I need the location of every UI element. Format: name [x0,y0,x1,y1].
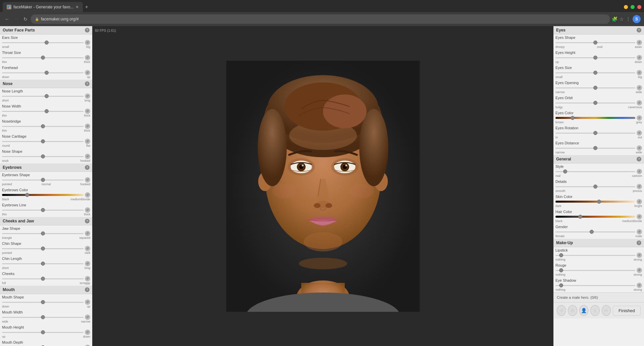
reset-action-button[interactable]: ↺ [557,305,566,316]
cheeks-reset[interactable]: ↺ [85,276,90,281]
eyes-shape-slider[interactable] [555,42,635,43]
nosebridge-reset[interactable]: ↺ [85,124,90,129]
nose-help[interactable]: ? [85,81,90,86]
hair-color-reset[interactable]: ↺ [637,214,642,219]
close-button[interactable] [637,5,641,9]
mouth-height-slider[interactable] [2,332,84,333]
skin-color-reset[interactable]: ↺ [637,199,642,204]
forehead-slider[interactable] [2,72,84,73]
person-action-button[interactable]: 👤 [579,305,588,316]
profile-icon[interactable]: S [633,15,641,23]
minimize-button[interactable] [624,5,628,9]
url-bar[interactable]: 🔒 facemaker.uvrg.org/# [31,14,610,24]
cheeks-slider[interactable] [2,278,84,279]
chin-length-reset[interactable]: ↺ [85,261,90,266]
eyes-distance-reset[interactable]: ↺ [637,145,642,151]
mouth-help[interactable]: ? [85,287,90,292]
nose-length-slider[interactable] [2,96,84,97]
eyebrows-color-reset[interactable]: ↺ [85,192,90,198]
skin-color-slider[interactable] [555,201,635,202]
cheeks-jaw-help[interactable]: ? [85,219,90,223]
eyebrows-color-slider[interactable] [2,195,84,196]
makeup-help[interactable]: ? [637,240,641,245]
throat-size-reset[interactable]: ↺ [85,55,90,60]
nose-cartilage-slider[interactable] [2,141,84,142]
eyes-rotation-reset[interactable]: ↺ [637,130,642,136]
info-action-button[interactable]: ℹ [590,305,599,316]
eyebrows-shape-reset[interactable]: ↺ [85,177,90,183]
eyes-opening-slider[interactable] [555,87,635,88]
nose-width-slider[interactable] [2,111,84,112]
extensions-button[interactable]: 🧩 [612,16,618,22]
mouth-width-slider[interactable] [2,317,84,318]
eye-shadow-reset[interactable]: ↺ [637,283,642,288]
details-control: ↺ [555,184,642,189]
lipstick-slider[interactable] [555,255,635,256]
ears-size-reset[interactable]: ↺ [85,40,90,45]
nosebridge-slider[interactable] [2,126,84,127]
outer-face-help[interactable]: ? [85,28,90,32]
chin-shape-slider[interactable] [2,248,84,249]
more-button[interactable]: ⋮ [626,16,631,22]
chin-length-slider[interactable] [2,263,84,264]
eye-shadow-slider[interactable] [555,285,635,286]
style-reset[interactable]: ↺ [637,169,642,174]
reload-button[interactable]: ↻ [22,16,29,22]
rouge-slider[interactable] [555,270,635,271]
eyes-orbit-slider[interactable] [555,102,635,103]
eyebrows-line-slider[interactable] [2,210,84,211]
eyes-orbit-reset[interactable]: ↺ [637,100,642,106]
fps-badge: 60 FPS (1-61) [95,29,116,32]
gender-reset[interactable]: ↺ [637,229,642,234]
details-slider[interactable] [555,186,635,187]
mail-action-button[interactable]: ✉ [602,305,611,316]
eyes-shape-reset[interactable]: ↺ [637,40,642,45]
ears-size-slider[interactable] [2,42,84,43]
general-help[interactable]: ? [637,157,641,161]
tab-close-button[interactable]: ✕ [75,5,79,9]
eyes-height-reset[interactable]: ↺ [637,55,642,60]
bookmark-button[interactable]: ☆ [620,16,624,22]
throat-size-slider[interactable] [2,57,84,58]
eyes-rotation-slider[interactable] [555,133,635,134]
finished-button[interactable]: Finished [613,306,641,316]
eyes-color-slider[interactable] [555,118,635,119]
eyes-help[interactable]: ? [637,28,641,32]
lipstick-reset[interactable]: ↺ [637,253,642,258]
hair-color-slider[interactable] [555,216,635,217]
eyebrows-shape-slider[interactable] [2,180,84,181]
nose-cartilage-reset[interactable]: ↺ [85,139,90,144]
mouth-depth-reset[interactable]: ↺ [85,345,90,346]
browser-tab[interactable]: 🎭 faceMaker - Generate your favo... ✕ [3,2,83,12]
back-button[interactable]: ← [3,16,11,22]
eyes-size-slider[interactable] [555,72,635,73]
eyes-opening-reset[interactable]: ↺ [637,85,642,90]
new-tab-button[interactable]: + [83,3,90,11]
nose-shape-reset[interactable]: ↺ [85,154,90,159]
forward-button[interactable]: → [13,16,20,22]
mouth-shape-reset[interactable]: ↺ [85,299,90,305]
nose-shape-slider[interactable] [2,156,84,157]
eyebrows-line-reset[interactable]: ↺ [85,207,90,213]
gender-slider[interactable] [555,231,635,232]
eyes-distance-slider[interactable] [555,148,635,149]
throat-size-row: Throat Size ↺ thinthick [0,50,92,65]
details-reset[interactable]: ↺ [637,184,642,189]
mouth-width-reset[interactable]: ↺ [85,315,90,320]
maximize-button[interactable] [631,5,635,9]
nose-length-reset[interactable]: ↺ [85,93,90,99]
grid-action-button[interactable]: ⊞ [568,305,577,316]
eyes-height-slider[interactable] [555,57,635,58]
mouth-shape-slider[interactable] [2,302,84,303]
jaw-shape-slider[interactable] [2,233,84,234]
jaw-shape-reset[interactable]: ↺ [85,231,90,236]
eyes-color-reset[interactable]: ↺ [637,115,642,121]
chin-shape-reset[interactable]: ↺ [85,246,90,251]
nose-width-reset[interactable]: ↺ [85,109,90,114]
eyebrows-help[interactable]: ? [85,165,90,170]
rouge-reset[interactable]: ↺ [637,268,642,273]
mouth-height-reset[interactable]: ↺ [85,330,90,335]
style-slider[interactable] [555,171,635,172]
eyes-size-reset[interactable]: ↺ [637,70,642,75]
forehead-reset[interactable]: ↺ [85,70,90,75]
